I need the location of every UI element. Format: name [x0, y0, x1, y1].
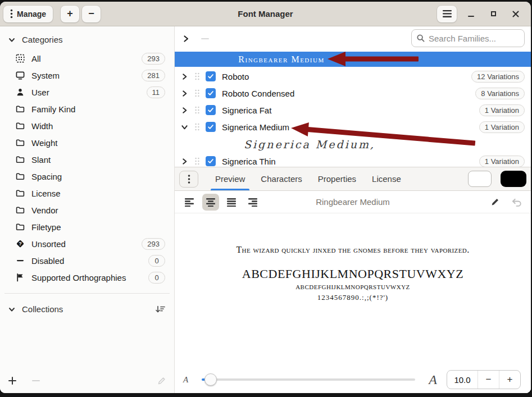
sidebar-item-label: Weight: [31, 138, 57, 148]
font-family-list: Ringbearer Medium Roboto 12 Variations: [175, 26, 531, 167]
background-color-swatch[interactable]: [501, 171, 526, 187]
chevron-down-icon[interactable]: [181, 124, 189, 131]
sidebar-item-filetype[interactable]: Filetype: [0, 218, 174, 235]
sidebar-item-label: Slant: [31, 155, 51, 165]
sidebar-item-supported-orthographies[interactable]: Supported Orthographies 0: [0, 269, 174, 286]
count-badge: 293: [142, 53, 165, 65]
count-badge: 0: [148, 255, 165, 267]
sidebar-item-disabled[interactable]: Disabled 0: [0, 252, 174, 269]
color-swatches: [468, 171, 526, 187]
selected-family-preview-row[interactable]: Ringbearer Medium: [175, 52, 531, 67]
family-row-signerica-thin[interactable]: Signerica Thin 1 Variation: [175, 153, 531, 167]
font-size-slider[interactable]: [202, 373, 415, 386]
family-checkbox[interactable]: [206, 71, 216, 81]
variations-badge: 8 Variations: [475, 88, 525, 99]
chevron-right-icon[interactable]: [181, 73, 189, 80]
chevron-right-icon[interactable]: [181, 90, 189, 97]
sidebar-item-label: Filetype: [31, 222, 61, 232]
sidebar: Categories All 293 System 281: [0, 26, 175, 393]
expand-all-button[interactable]: [182, 35, 190, 43]
slider-handle[interactable]: [204, 373, 217, 386]
variation-preview-row[interactable]: Signerica Medium,: [175, 135, 444, 153]
kebab-menu-icon: [10, 9, 13, 19]
sidebar-item-vendor[interactable]: Vendor: [0, 202, 174, 218]
tab-preview[interactable]: Preview: [207, 167, 253, 190]
sidebar-item-spacing[interactable]: Spacing: [0, 168, 174, 185]
count-badge: 0: [148, 272, 165, 284]
foreground-color-swatch[interactable]: [468, 171, 492, 187]
search-families-box[interactable]: [411, 29, 525, 47]
font-size-value[interactable]: 10.0: [447, 371, 478, 389]
family-row-signerica-medium[interactable]: Signerica Medium 1 Variation: [175, 118, 531, 135]
tab-properties[interactable]: Properties: [310, 167, 364, 190]
flag-icon: [16, 273, 25, 282]
font-manager-window: Manage + − Font Manager: [0, 2, 531, 393]
drag-handle-icon[interactable]: [194, 106, 200, 115]
edit-preview-text-button[interactable]: [490, 197, 500, 207]
folder-icon: [16, 222, 25, 231]
minimize-button[interactable]: [462, 6, 479, 22]
tab-license[interactable]: License: [364, 167, 409, 190]
add-fonts-button[interactable]: +: [61, 6, 79, 22]
sidebar-item-family-kind[interactable]: Family Kind: [0, 101, 174, 117]
increase-size-button[interactable]: +: [499, 371, 520, 389]
remove-collection-button[interactable]: [31, 376, 40, 385]
sidebar-item-weight[interactable]: Weight: [0, 134, 174, 151]
slider-track[interactable]: [202, 378, 415, 381]
add-collection-button[interactable]: [8, 376, 17, 385]
maximize-button[interactable]: [485, 6, 502, 22]
remove-fonts-button[interactable]: −: [82, 6, 101, 22]
sidebar-item-label: Supported Orthographies: [31, 273, 126, 282]
align-justify-button[interactable]: [223, 194, 240, 211]
large-a-icon: A: [429, 372, 437, 387]
window-controls: [437, 6, 524, 22]
lowercase-line: abcdefghijklmnopqrstuvwxyz: [175, 282, 531, 291]
family-row-roboto-condensed[interactable]: Roboto Condensed 8 Variations: [175, 85, 531, 102]
family-name: Signerica Thin: [222, 157, 276, 166]
font-size-spinner: 10.0 − +: [447, 370, 521, 389]
search-families-input[interactable]: [429, 34, 519, 43]
sidebar-item-unsorted[interactable]: ? Unsorted 293: [0, 235, 174, 252]
family-row-signerica-fat[interactable]: Signerica Fat 1 Variation: [175, 102, 531, 118]
minus-icon: [16, 256, 25, 265]
main-area: Ringbearer Medium Roboto 12 Variations: [175, 26, 531, 393]
folder-icon: [16, 189, 25, 198]
sort-icon[interactable]: [155, 305, 165, 314]
family-name: Roboto Condensed: [222, 89, 294, 98]
drag-handle-icon[interactable]: [194, 89, 200, 98]
select-all-icon: [16, 54, 25, 63]
family-row-roboto[interactable]: Roboto 12 Variations: [175, 68, 531, 85]
sidebar-item-slant[interactable]: Slant: [0, 151, 174, 168]
tab-characters[interactable]: Characters: [253, 167, 310, 190]
drag-handle-icon[interactable]: [194, 72, 200, 81]
undo-icon[interactable]: [511, 198, 522, 207]
chevron-right-icon[interactable]: [181, 158, 189, 165]
close-button[interactable]: [507, 6, 524, 22]
family-checkbox[interactable]: [206, 122, 216, 132]
family-name: Roboto: [222, 72, 249, 81]
manage-button[interactable]: Manage: [3, 6, 53, 22]
decrease-size-button[interactable]: −: [478, 371, 499, 389]
align-center-button[interactable]: [202, 194, 219, 211]
family-checkbox[interactable]: [206, 156, 216, 166]
rename-collection-button[interactable]: [157, 376, 166, 385]
family-checkbox[interactable]: [206, 105, 216, 115]
panel-menu-button[interactable]: [179, 171, 198, 188]
align-left-button[interactable]: [181, 194, 198, 211]
drag-handle-icon[interactable]: [194, 122, 200, 131]
remove-family-button[interactable]: [201, 38, 209, 39]
main-menu-button[interactable]: [437, 6, 457, 22]
sidebar-item-all[interactable]: All 293: [0, 50, 174, 67]
categories-header[interactable]: Categories: [0, 26, 174, 50]
chevron-right-icon[interactable]: [181, 107, 189, 114]
family-name: Signerica Fat: [222, 106, 271, 115]
collections-header[interactable]: Collections: [0, 294, 174, 314]
family-checkbox[interactable]: [206, 88, 216, 98]
sidebar-item-license[interactable]: License: [0, 185, 174, 202]
sidebar-item-system[interactable]: System 281: [0, 67, 174, 84]
drag-handle-icon[interactable]: [194, 157, 200, 166]
sidebar-item-user[interactable]: User 11: [0, 84, 174, 101]
family-rows: Roboto 12 Variations Roboto Condensed 8 …: [175, 68, 531, 167]
sidebar-item-width[interactable]: Width: [0, 117, 174, 134]
align-right-button[interactable]: [244, 194, 261, 211]
